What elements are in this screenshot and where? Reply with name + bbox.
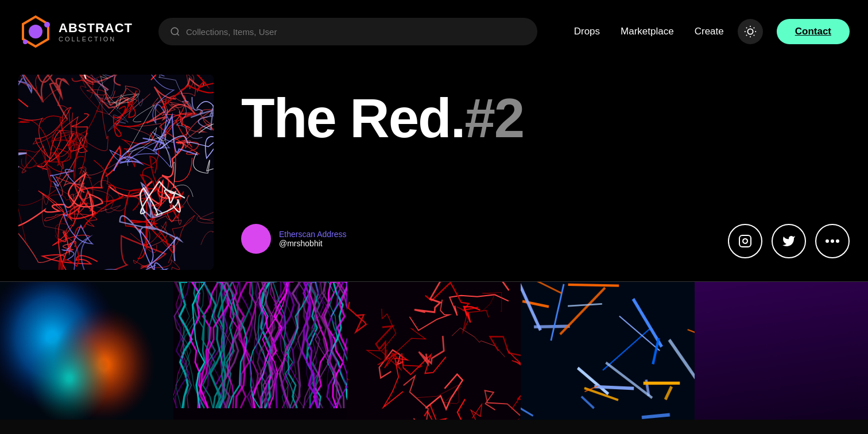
gallery-item-1[interactable] [0,282,173,420]
search-bar[interactable] [158,18,537,45]
svg-point-3 [23,40,28,44]
svg-line-9 [746,28,747,28]
svg-line-5 [177,33,179,35]
contact-button[interactable]: Contact [777,19,850,44]
gallery-artwork-4 [521,282,694,420]
gallery-item-3[interactable] [347,282,521,420]
nav-marketplace[interactable]: Marketplace [621,26,674,37]
more-options-icon [826,239,839,243]
etherscan-link[interactable]: Etherscan Address [279,230,347,239]
svg-point-19 [836,239,839,243]
search-icon [170,26,180,37]
svg-point-17 [826,239,829,243]
twitter-icon [782,234,796,248]
theme-toggle-button[interactable] [738,19,763,44]
nav: Drops Marketplace Create [574,26,724,37]
sun-icon [744,25,757,38]
hero-image [18,75,214,270]
twitter-button[interactable] [772,224,806,258]
svg-point-1 [29,25,42,38]
search-input[interactable] [186,27,526,37]
nav-create[interactable]: Create [695,26,724,37]
gallery-artwork-1 [0,282,173,420]
logo-brand: ABSTRACT [59,21,133,36]
hero-artwork [18,75,214,270]
svg-point-6 [747,29,753,34]
gallery-item-5[interactable] [695,282,868,420]
instagram-button[interactable] [728,224,762,258]
gallery-artwork-5 [695,282,868,420]
logo: ABSTRACT collection [18,14,145,49]
header: ABSTRACT collection Drops Marketplace Cr… [0,0,868,63]
svg-point-4 [171,28,178,34]
social-icons [728,224,850,258]
svg-rect-15 [739,235,751,247]
gallery-artwork-2 [173,282,347,420]
logo-text: ABSTRACT collection [59,21,133,42]
svg-line-10 [754,35,754,36]
hero-section: The Red.#2 Etherscan Address @mrshobhit [0,63,868,281]
author-avatar [241,224,271,254]
svg-line-13 [746,35,747,36]
logo-icon [18,14,53,49]
logo-sub: collection [59,36,133,42]
hero-title-number: #2 [464,87,524,149]
author-info: Etherscan Address @mrshobhit [279,230,347,248]
gallery-section [0,282,868,420]
svg-point-18 [831,239,834,243]
svg-line-14 [754,28,754,28]
more-options-button[interactable] [815,224,850,258]
hero-title-text: The Red. [241,87,464,149]
svg-point-2 [44,22,50,28]
gallery-item-4[interactable] [521,282,694,420]
gallery-item-2[interactable] [173,282,347,420]
hero-title: The Red.#2 [241,91,850,146]
instagram-icon [738,234,752,248]
nav-drops[interactable]: Drops [574,26,600,37]
gallery-artwork-3 [347,282,521,420]
author-handle: @mrshobhit [279,239,347,248]
